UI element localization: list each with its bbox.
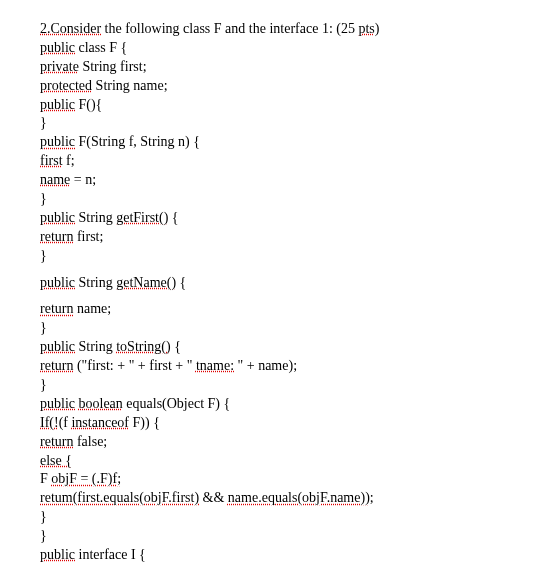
code-text: first; (73, 229, 103, 244)
code-brace: } (40, 527, 538, 546)
code-line: first f; (40, 152, 538, 171)
code-line: protected String name; (40, 77, 538, 96)
kw-else: else { (40, 453, 72, 468)
code-text: String name; (92, 78, 167, 93)
blank-line (40, 266, 538, 274)
code-line: public class F { (40, 39, 538, 58)
code-line: public boolean equals(Object F) { (40, 395, 538, 414)
code-brace: } (40, 319, 538, 338)
code-line: return ("first: + " + first + " tname: "… (40, 357, 538, 376)
code-line: return false; (40, 433, 538, 452)
code-line: else { (40, 452, 538, 471)
code-text: f; (63, 153, 75, 168)
code-brace: } (40, 508, 538, 527)
code-text: false; (73, 434, 107, 449)
code-line: public String getName() { (40, 274, 538, 293)
code-text: ; (370, 490, 374, 505)
code-line: retum(first.equals(objF.first) && name.e… (40, 489, 538, 508)
question-close: ) (375, 21, 380, 36)
kw-public: public (40, 40, 75, 55)
typo-tname: tname: (196, 358, 234, 373)
code-text: String (75, 210, 116, 225)
code-line: return name; (40, 300, 538, 319)
kw-private: private (40, 59, 79, 74)
var-name: name (40, 172, 70, 187)
typo-retum: retum(first.equals(objF.first) (40, 490, 199, 505)
code-line: public String toString() { (40, 338, 538, 357)
code-text: String (75, 275, 116, 290)
code-brace: } (40, 114, 538, 133)
code-text: class F { (75, 40, 127, 55)
code-text: { (171, 339, 181, 354)
code-text: && (199, 490, 228, 505)
code-text: String (75, 339, 116, 354)
method-getfirst: getFirst() (116, 210, 168, 225)
kw-protected: protected (40, 78, 92, 93)
question-pts: pts (358, 21, 374, 36)
code-line: If(!(f instanceof F)) { (40, 414, 538, 433)
code-text: equals(Object F) { (123, 396, 230, 411)
kw-public: public (40, 339, 75, 354)
code-text: { (176, 275, 186, 290)
kw-public: public (40, 210, 75, 225)
code-text: " + name); (234, 358, 297, 373)
code-text: F (40, 471, 51, 486)
var-first: first (40, 153, 63, 168)
question-intro-underlined: Consider (51, 21, 102, 36)
code-text: interface I { (75, 547, 146, 562)
blank-line (40, 292, 538, 300)
code-text: F(){ (75, 97, 102, 112)
method-getname: getName() (116, 275, 176, 290)
kw-return: return (40, 434, 73, 449)
code-line: public F(String f, String n) { (40, 133, 538, 152)
kw-public: public (40, 275, 75, 290)
code-line: return first; (40, 228, 538, 247)
code-line: F objF = (.F)f; (40, 470, 538, 489)
kw-public: public (40, 134, 75, 149)
code-brace: } (40, 376, 538, 395)
code-line: private String first; (40, 58, 538, 77)
var-objf: objF = (.F)f; (51, 471, 121, 486)
kw-public: public (40, 547, 75, 562)
question-intro: the following class F and the interface … (101, 21, 358, 36)
kw-instanceof: instanceof (71, 415, 129, 430)
question-heading: 2.Consider the following class F and the… (40, 20, 538, 39)
code-brace: } (40, 190, 538, 209)
code-line: name = n; (40, 171, 538, 190)
method-tostring: toString() (116, 339, 170, 354)
kw-return: return (40, 301, 73, 316)
kw-boolean: boolean (79, 396, 123, 411)
kw-if: If(! (40, 415, 59, 430)
code-text: F(String f, String n) { (75, 134, 200, 149)
code-line: public String getFirst() { (40, 209, 538, 228)
kw-public: public (40, 396, 75, 411)
code-text: F)) { (129, 415, 160, 430)
kw-return: return (40, 358, 73, 373)
code-brace: } (40, 247, 538, 266)
question-block: 2.Consider the following class F and the… (40, 20, 538, 564)
code-line: public F(){ (40, 96, 538, 115)
code-text: = n; (70, 172, 96, 187)
code-text: name; (73, 301, 111, 316)
expr-name-equals: name.equals(objF.name)) (228, 490, 370, 505)
kw-return: return (40, 229, 73, 244)
code-text: ("first: + " + first + " (73, 358, 196, 373)
code-text: (f (59, 415, 72, 430)
code-text: { (168, 210, 178, 225)
question-number: 2. (40, 21, 51, 36)
code-line: public interface I { (40, 546, 538, 564)
kw-public: public (40, 97, 75, 112)
code-text: String first; (79, 59, 147, 74)
